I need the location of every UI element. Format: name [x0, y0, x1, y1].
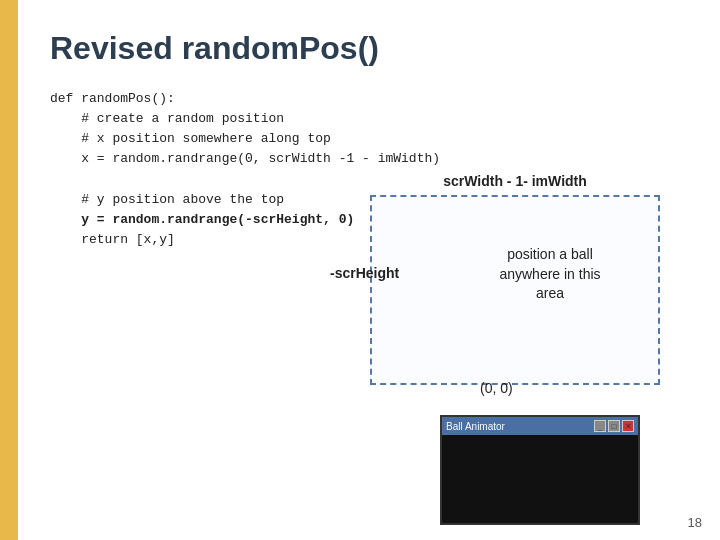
window-titlebar: Ball Animator _ □ ✕ — [442, 417, 638, 435]
label-scrwidth: scrWidth - 1- imWidth — [370, 173, 660, 189]
accent-bar — [0, 0, 18, 540]
minimize-button[interactable]: _ — [594, 420, 606, 432]
code-line-4: x = random.randrange(0, scrWidth -1 - im… — [50, 149, 680, 169]
code-line-2: # create a random position — [50, 109, 680, 129]
code-line-3: # x position somewhere along top — [50, 129, 680, 149]
window-body — [442, 435, 638, 523]
page-number: 18 — [688, 515, 702, 530]
maximize-button[interactable]: □ — [608, 420, 620, 432]
code-line-1: def randomPos(): — [50, 89, 680, 109]
slide-title: Revised randomPos() — [50, 30, 680, 67]
label-position-center: position a ball anywhere in this area — [490, 245, 610, 304]
label-origin: (0, 0) — [480, 380, 513, 396]
slide: Revised randomPos() def randomPos(): # c… — [0, 0, 720, 540]
window-controls: _ □ ✕ — [594, 420, 634, 432]
label-scrheight: -scrHeight — [330, 265, 399, 281]
window-title-text: Ball Animator — [446, 421, 505, 432]
window-mockup: Ball Animator _ □ ✕ — [440, 415, 640, 525]
close-button[interactable]: ✕ — [622, 420, 634, 432]
